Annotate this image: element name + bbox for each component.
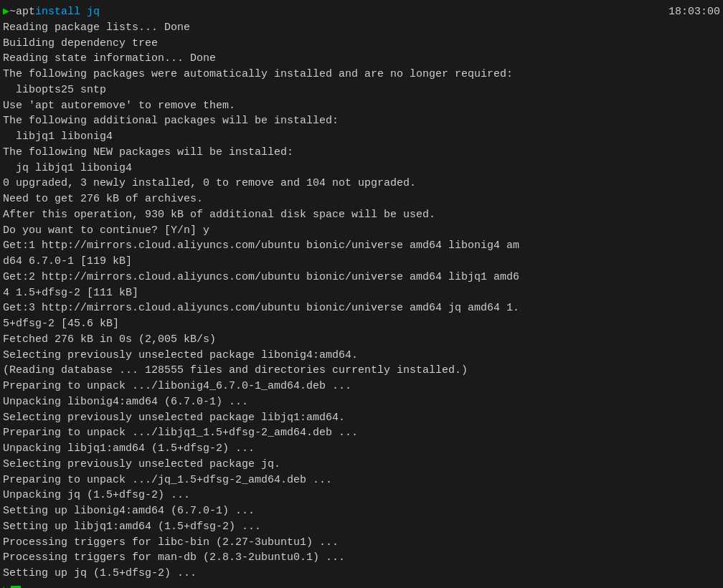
line-10: jq libjq1 libonig4 (3, 161, 720, 176)
line-28: Unpacking libjq1:amd64 (1.5+dfsg-2) ... (3, 441, 720, 457)
line-32: Setting up libonig4:amd64 (6.7.0-1) ... (3, 503, 720, 519)
line-24: Preparing to unpack .../libonig4_6.7.0-1… (3, 379, 720, 394)
line-18: 4 1.5+dfsg-2 [111 kB] (3, 285, 720, 301)
line-12: Need to get 276 kB of archives. (3, 191, 720, 207)
line-6: Use 'apt autoremove' to remove them. (3, 98, 720, 114)
line-27: Preparing to unpack .../libjq1_1.5+dfsg-… (3, 425, 720, 441)
line-25: Unpacking libonig4:amd64 (6.7.0-1) ... (3, 394, 720, 410)
line-15: Get:1 http://mirrors.cloud.aliyuncs.com/… (3, 238, 720, 254)
cursor-block (11, 586, 21, 588)
cmd-install-jq: install jq (35, 4, 100, 20)
line-3: Reading state information... Done (3, 51, 720, 67)
line-30: Preparing to unpack .../jq_1.5+dfsg-2_am… (3, 473, 720, 488)
line-2: Building dependency tree (3, 36, 720, 52)
line-16: d64 6.7.0-1 [119 kB] (3, 254, 720, 270)
line-19: Get:3 http://mirrors.cloud.aliyuncs.com/… (3, 300, 720, 316)
cmd-apt: apt (16, 4, 35, 20)
line-14: Do you want to continue? [Y/n] y (3, 223, 720, 239)
line-33: Setting up libjq1:amd64 (1.5+dfsg-2) ... (3, 519, 720, 535)
bottom-prompt-line: ▶ (3, 583, 720, 588)
line-36: Setting up jq (1.5+dfsg-2) ... (3, 566, 720, 582)
line-34: Processing triggers for libc-bin (2.27-3… (3, 535, 720, 551)
line-31: Unpacking jq (1.5+dfsg-2) ... (3, 488, 720, 503)
line-9: The following NEW packages will be insta… (3, 145, 720, 161)
prompt-line: ▶ ~ apt install jq (3, 4, 100, 20)
line-8: libjq1 libonig4 (3, 129, 720, 145)
bottom-prompt-arrow: ▶ (3, 583, 9, 588)
line-21: Fetched 276 kB in 0s (2,005 kB/s) (3, 332, 720, 348)
prompt-arrow: ▶ (3, 4, 9, 20)
line-11: 0 upgraded, 3 newly installed, 0 to remo… (3, 176, 720, 191)
terminal-window: ▶ ~ apt install jq 18:03:00 Reading pack… (0, 0, 723, 588)
line-7: The following additional packages will b… (3, 113, 720, 129)
line-17: Get:2 http://mirrors.cloud.aliyuncs.com/… (3, 270, 720, 285)
timestamp: 18:03:00 (668, 4, 720, 20)
top-bar: ▶ ~ apt install jq 18:03:00 (3, 4, 720, 20)
line-23: (Reading database ... 128555 files and d… (3, 363, 720, 379)
line-4: The following packages were automaticall… (3, 67, 720, 82)
line-13: After this operation, 930 kB of addition… (3, 207, 720, 223)
terminal-output: Reading package lists... Done Building d… (3, 20, 720, 582)
line-35: Processing triggers for man-db (2.8.3-2u… (3, 550, 720, 566)
line-22: Selecting previously unselected package … (3, 348, 720, 364)
prompt-tilde: ~ (9, 4, 16, 20)
line-5: libopts25 sntp (3, 82, 720, 98)
line-20: 5+dfsg-2 [45.6 kB] (3, 316, 720, 332)
line-26: Selecting previously unselected package … (3, 410, 720, 426)
line-29: Selecting previously unselected package … (3, 457, 720, 473)
line-1: Reading package lists... Done (3, 20, 720, 36)
